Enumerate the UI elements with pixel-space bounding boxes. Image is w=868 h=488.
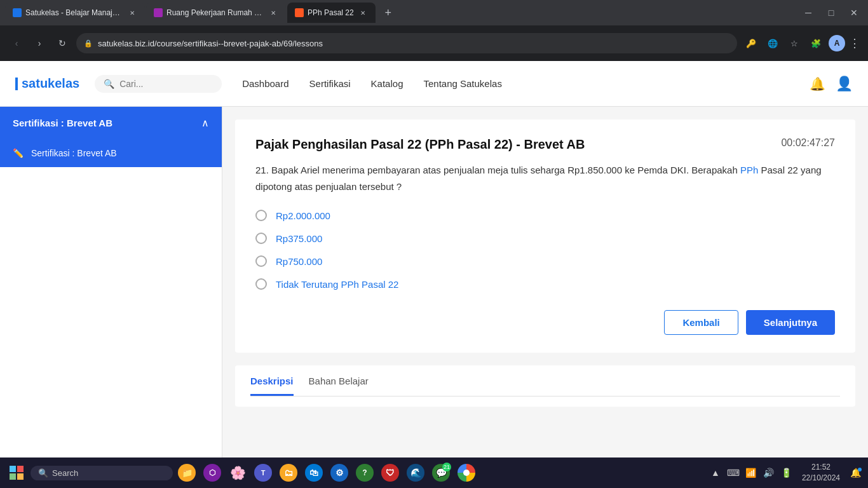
options-list: Rp2.000.000 Rp375.000 Rp750.000 Tidak Te… — [255, 210, 835, 290]
file-explorer-icon: 📁 — [178, 464, 196, 482]
taskbar-whatsapp[interactable]: 💬 21 — [430, 461, 452, 484]
taskbar-search-text: Search — [52, 468, 78, 478]
taskbar-search[interactable]: 🔍 Search — [31, 466, 173, 480]
browser-actions: 🔑 🌐 ☆ 🧩 A ⋮ — [742, 34, 860, 52]
whatsapp-badge: 21 — [442, 463, 451, 471]
search-icon: 🔍 — [104, 79, 114, 89]
taskbar: 🔍 Search 📁 ⬡ 🌸 T 🗂 🛍 ⚙ ? 🛡 🌊 💬 21 ▲ ⌨ — [0, 458, 868, 488]
question-header: Pajak Penghasilan Pasal 22 (PPh Pasal 22… — [255, 137, 835, 152]
new-tab-button[interactable]: + — [379, 4, 397, 22]
reload-button[interactable]: ↻ — [53, 34, 71, 52]
taskbar-folder[interactable]: 🗂 — [277, 461, 300, 484]
radio-a[interactable] — [255, 210, 267, 221]
tab-close-2[interactable]: ✕ — [268, 8, 278, 18]
nav-katalog[interactable]: Katalog — [371, 78, 403, 89]
save-password-icon[interactable]: 🔑 — [742, 34, 760, 52]
taskbar-file-explorer[interactable]: 📁 — [175, 461, 198, 484]
sidebar-item-brevet-ab[interactable]: ✏️ Sertifikasi : Brevet AB — [0, 139, 222, 167]
sidebar: Sertifikasi : Brevet AB ∧ ✏️ Sertifikasi… — [0, 107, 222, 488]
taskbar-app1[interactable]: ⚙ — [328, 461, 351, 484]
taskbar-edge[interactable]: 🌊 — [404, 461, 427, 484]
teams-icon: ⬡ — [203, 464, 221, 482]
browser-controls: ‹ › ↻ 🔒 satukelas.biz.id/course/sertifik… — [0, 25, 868, 61]
windows-logo-icon — [10, 466, 24, 480]
restore-button[interactable]: □ — [822, 4, 840, 22]
browser-tab-3[interactable]: PPh Pasal 22 ✕ — [287, 3, 376, 23]
tab-deskripsi[interactable]: Deskripsi — [250, 376, 294, 396]
start-button[interactable] — [5, 461, 28, 484]
option-c[interactable]: Rp750.000 — [255, 255, 835, 267]
tab-bar: Satukelas - Belajar Manajemen... ✕ Ruang… — [0, 0, 868, 25]
nav-sertifikasi[interactable]: Sertifikasi — [309, 78, 351, 89]
radio-b[interactable] — [255, 233, 267, 244]
taskbar-app3[interactable]: 🛡 — [379, 461, 402, 484]
wifi-icon: 📶 — [743, 465, 759, 480]
taskbar-cortana[interactable]: 🌸 — [226, 461, 249, 484]
browser-menu-button[interactable]: ⋮ — [849, 36, 860, 50]
clock-time: 21:52 — [802, 462, 840, 473]
option-a[interactable]: Rp2.000.000 — [255, 210, 835, 221]
taskbar-store[interactable]: 🛍 — [302, 461, 325, 484]
system-clock[interactable]: 21:52 22/10/2024 — [797, 462, 845, 484]
taskbar-chrome[interactable] — [455, 461, 478, 484]
option-d[interactable]: Tidak Terutang PPh Pasal 22 — [255, 278, 835, 290]
extensions-icon[interactable]: 🧩 — [807, 34, 825, 52]
sidebar-title: Sertifikasi : Brevet AB — [13, 118, 112, 128]
translate-icon[interactable]: 🌐 — [764, 34, 782, 52]
radio-d[interactable] — [255, 278, 267, 290]
forward-button[interactable]: › — [31, 34, 48, 52]
edge-icon: 🌊 — [407, 464, 424, 482]
tab-favicon-1 — [13, 8, 22, 17]
taskbar-teams[interactable]: ⬡ — [201, 461, 224, 484]
option-b-text: Rp375.000 — [276, 233, 322, 244]
search-input[interactable] — [119, 79, 208, 89]
url-text: satukelas.biz.id/course/sertifikasi--bre… — [98, 39, 729, 48]
nav-tentang[interactable]: Tentang Satukelas — [423, 78, 501, 89]
browser-tab-2[interactable]: Ruang Pekerjaan Rumah - Stud... ✕ — [146, 3, 286, 23]
chrome-icon — [458, 464, 475, 482]
pencil-icon: ✏️ — [13, 148, 24, 158]
chevron-up-icon: ∧ — [201, 117, 209, 129]
logo: satukelas — [15, 76, 79, 91]
profile-button[interactable]: A — [829, 35, 845, 51]
folder-icon: 🗂 — [280, 464, 297, 482]
notification-center-icon[interactable]: 🔔 — [848, 465, 863, 480]
content-area: Pajak Penghasilan Pasal 22 (PPh Pasal 22… — [222, 107, 868, 488]
volume-icon: 🔊 — [761, 465, 776, 480]
close-browser-button[interactable]: ✕ — [845, 4, 863, 22]
taskbar-teams2[interactable]: T — [252, 461, 275, 484]
taskbar-search-icon: 🔍 — [38, 468, 48, 478]
tab-close-1[interactable]: ✕ — [127, 8, 137, 18]
question-body: Bapak Ariel menerima pembayaran atas pen… — [255, 165, 822, 192]
tab-close-3[interactable]: ✕ — [358, 8, 368, 18]
main-layout: Sertifikasi : Brevet AB ∧ ✏️ Sertifikasi… — [0, 107, 868, 488]
teams2-icon: T — [254, 464, 272, 482]
user-profile-icon[interactable]: 👤 — [836, 76, 853, 92]
logo-text: satukelas — [22, 76, 79, 91]
bookmark-icon[interactable]: ☆ — [785, 34, 803, 52]
sidebar-header[interactable]: Sertifikasi : Brevet AB ∧ — [0, 107, 222, 139]
option-b[interactable]: Rp375.000 — [255, 233, 835, 244]
keyboard-icon: ⌨ — [726, 465, 741, 480]
question-title: Pajak Penghasilan Pasal 22 (PPh Pasal 22… — [255, 137, 585, 152]
taskbar-app2[interactable]: ? — [353, 461, 376, 484]
question-text: 21. Bapak Ariel menerima pembayaran atas… — [255, 162, 835, 194]
tab-label-2: Ruang Pekerjaan Rumah - Stud... — [166, 8, 264, 17]
tab-favicon-3 — [295, 8, 304, 17]
minimize-button[interactable]: ─ — [799, 4, 817, 22]
timer: 00:02:47:27 — [781, 137, 835, 149]
back-question-button[interactable]: Kembali — [664, 310, 738, 335]
tab-bahan-belajar[interactable]: Bahan Belajar — [309, 376, 369, 396]
question-number: 21. — [255, 165, 269, 175]
app2-icon: ? — [356, 464, 374, 482]
clock-date: 22/10/2024 — [802, 473, 840, 484]
back-button[interactable]: ‹ — [8, 34, 25, 52]
nav-links: Dashboard Sertifikasi Katalog Tentang Sa… — [242, 78, 502, 89]
logo-bar — [15, 78, 18, 90]
next-question-button[interactable]: Selanjutnya — [746, 310, 835, 335]
notification-bell-icon[interactable]: 🔔 — [810, 76, 825, 92]
radio-c[interactable] — [255, 255, 267, 267]
nav-dashboard[interactable]: Dashboard — [242, 78, 288, 89]
browser-tab-1[interactable]: Satukelas - Belajar Manajemen... ✕ — [5, 3, 145, 23]
address-bar[interactable]: 🔒 satukelas.biz.id/course/sertifikasi--b… — [76, 33, 737, 53]
